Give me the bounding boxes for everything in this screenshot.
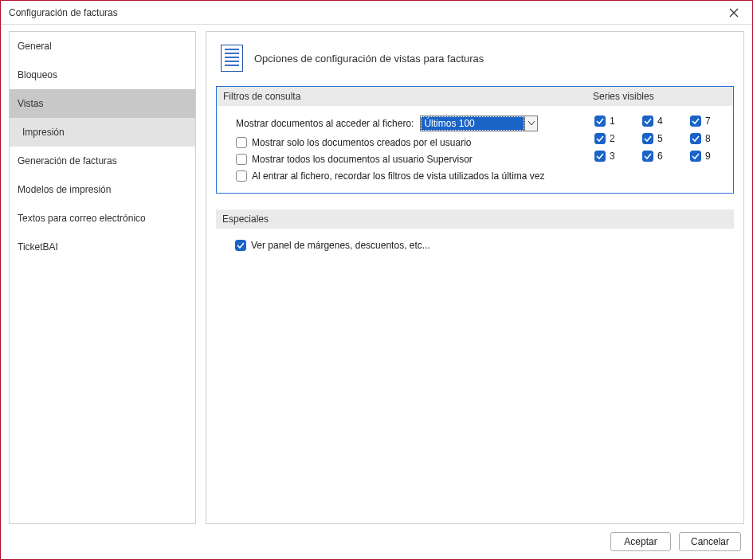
chk-supervisor[interactable] — [236, 154, 247, 165]
filters-box: Filtros de consulta Mostrar documentos a… — [216, 86, 734, 194]
chk-only-user[interactable] — [236, 137, 247, 148]
series-label-8: 8 — [705, 133, 711, 144]
series-label-9: 9 — [705, 151, 711, 162]
sidebar-item-bloqueos[interactable]: Bloqueos — [10, 61, 195, 89]
title-bar: Configuración de facturas — [1, 1, 752, 25]
sidebar-item-modelos[interactable]: Modelos de impresión — [10, 175, 195, 204]
dialog-footer: Aceptar Cancelar — [9, 524, 744, 551]
chk-margenes-row: Ver panel de márgenes, descuentos, etc..… — [235, 240, 721, 251]
sidebar-item-vistas[interactable]: Vistas — [10, 89, 195, 118]
series-chk-9[interactable] — [690, 151, 701, 162]
series-label-3: 3 — [610, 151, 615, 162]
series-chk-1[interactable] — [594, 116, 606, 127]
close-icon — [729, 8, 739, 18]
especiales-body: Ver panel de márgenes, descuentos, etc..… — [216, 229, 734, 259]
sidebar-item-generacion[interactable]: Generación de facturas — [10, 147, 195, 175]
series-label-1: 1 — [610, 116, 615, 127]
sidebar-item-ticketbai[interactable]: TicketBAI — [10, 233, 195, 261]
content-panel: Opciones de configuración de vistas para… — [206, 31, 744, 524]
series-label-2: 2 — [610, 133, 615, 144]
accept-button[interactable]: Aceptar — [610, 532, 671, 551]
series-chk-6[interactable] — [642, 151, 653, 162]
series-chk-8[interactable] — [690, 133, 701, 144]
filters-heading: Filtros de consulta — [217, 87, 586, 106]
chk-remember-label: Al entrar al fichero, recordar los filtr… — [252, 170, 544, 182]
dialog-window: Configuración de facturas General Bloque… — [0, 0, 753, 560]
chk-only-user-label: Mostrar solo los documentos creados por … — [252, 137, 471, 148]
content-header: Opciones de configuración de vistas para… — [216, 40, 734, 86]
chk-supervisor-label: Mostrar todos los documentos al usuario … — [252, 154, 473, 165]
filters-body: Mostrar documentos al acceder al fichero… — [217, 106, 586, 193]
chk-margenes[interactable] — [235, 240, 246, 251]
chk-remember[interactable] — [236, 170, 247, 182]
series-label-4: 4 — [657, 116, 663, 127]
sidebar-item-impresion[interactable]: Impresión — [10, 118, 195, 147]
combo-dropdown-button[interactable] — [525, 116, 538, 131]
series-label-6: 6 — [657, 151, 663, 162]
series-heading: Series visibles — [586, 87, 733, 106]
sidebar-item-textos-correo[interactable]: Textos para correo electrónico — [10, 204, 195, 233]
dialog-body: General Bloqueos Vistas Impresión Genera… — [1, 25, 752, 559]
series-chk-2[interactable] — [594, 133, 606, 144]
series-body: 1 4 7 2 5 8 3 6 9 — [586, 106, 733, 170]
series-chk-3[interactable] — [594, 151, 606, 162]
close-button[interactable] — [720, 3, 747, 22]
cancel-button[interactable]: Cancelar — [679, 532, 741, 551]
series-chk-5[interactable] — [642, 133, 653, 144]
window-title: Configuración de facturas — [9, 7, 118, 18]
content-title: Opciones de configuración de vistas para… — [254, 53, 484, 65]
show-docs-label: Mostrar documentos al acceder al fichero… — [236, 118, 414, 129]
chk-remember-row: Al entrar al fichero, recordar los filtr… — [236, 170, 574, 182]
sidebar: General Bloqueos Vistas Impresión Genera… — [9, 31, 196, 524]
filters-left: Filtros de consulta Mostrar documentos a… — [217, 87, 586, 193]
document-icon — [221, 45, 243, 72]
chevron-down-icon — [528, 121, 535, 126]
chk-margenes-label: Ver panel de márgenes, descuentos, etc..… — [251, 240, 430, 251]
show-docs-combo[interactable]: Últimos 100 — [420, 116, 538, 131]
series-panel: Series visibles 1 4 7 2 5 8 3 6 — [586, 87, 733, 193]
sidebar-item-general[interactable]: General — [10, 32, 195, 61]
series-chk-4[interactable] — [642, 116, 653, 127]
panes: General Bloqueos Vistas Impresión Genera… — [9, 31, 744, 524]
series-chk-7[interactable] — [690, 116, 701, 127]
show-docs-row: Mostrar documentos al acceder al fichero… — [236, 116, 574, 131]
series-label-5: 5 — [657, 133, 663, 144]
combo-selected-value[interactable]: Últimos 100 — [420, 116, 525, 131]
chk-only-user-row: Mostrar solo los documentos creados por … — [236, 137, 574, 148]
series-grid: 1 4 7 2 5 8 3 6 9 — [594, 116, 725, 162]
chk-supervisor-row: Mostrar todos los documentos al usuario … — [236, 154, 574, 165]
series-label-7: 7 — [705, 116, 711, 127]
especiales-heading: Especiales — [216, 210, 734, 229]
